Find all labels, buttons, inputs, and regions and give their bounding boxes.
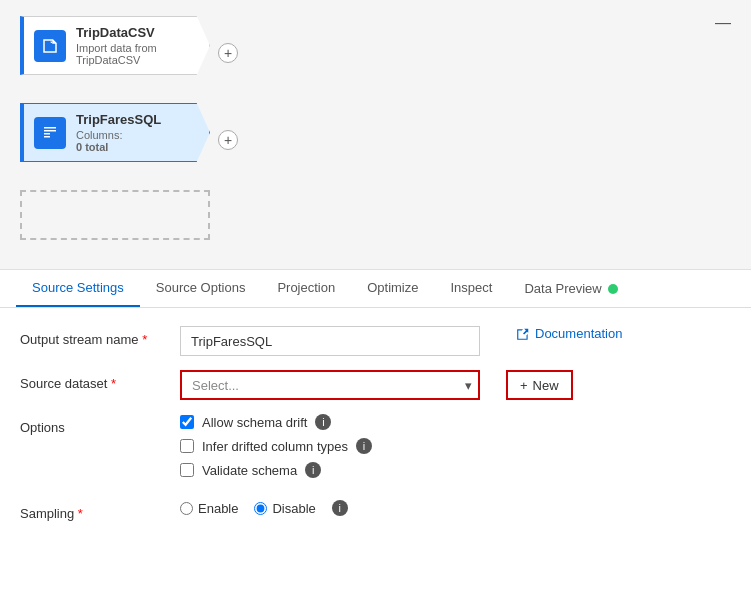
new-btn-area: + New	[496, 370, 573, 400]
source-dataset-label: Source dataset *	[20, 370, 180, 391]
source-dataset-field: Select... ▾	[180, 370, 480, 400]
source-dataset-select[interactable]: Select...	[180, 370, 480, 400]
sampling-label: Sampling *	[20, 500, 180, 521]
validate-schema-info-icon[interactable]: i	[305, 462, 321, 478]
tab-inspect[interactable]: Inspect	[435, 270, 509, 307]
node-trip-data-csv[interactable]: TripDataCSV Import data from TripDataCSV	[20, 16, 210, 75]
infer-drifted-label: Infer drifted column types	[202, 439, 348, 454]
options-field: Allow schema drift i Infer drifted colum…	[180, 414, 480, 486]
node-trip-fares-sql[interactable]: TripFaresSQL Columns: 0 total	[20, 103, 210, 162]
node-title-csv: TripDataCSV	[76, 25, 199, 40]
node-subtitle-sql: Columns: 0 total	[76, 129, 199, 153]
doc-link-area: Documentation	[496, 326, 622, 341]
allow-schema-drift-checkbox[interactable]	[180, 415, 194, 429]
output-stream-name-input[interactable]	[180, 326, 480, 356]
options-row: Options Allow schema drift i Infer drift…	[20, 414, 731, 486]
node-icon-sql	[34, 117, 66, 149]
external-link-icon	[516, 327, 530, 341]
tab-optimize[interactable]: Optimize	[351, 270, 434, 307]
sampling-field: Enable Disable i	[180, 500, 480, 516]
required-star-dataset: *	[111, 376, 116, 391]
allow-schema-drift-info-icon[interactable]: i	[315, 414, 331, 430]
minimize-button[interactable]: —	[715, 14, 731, 32]
output-stream-name-field	[180, 326, 480, 356]
allow-schema-drift-label: Allow schema drift	[202, 415, 307, 430]
infer-drifted-checkbox[interactable]	[180, 439, 194, 453]
tab-source-settings[interactable]: Source Settings	[16, 270, 140, 307]
node-info-sql: TripFaresSQL Columns: 0 total	[76, 112, 199, 153]
infer-drifted-row: Infer drifted column types i	[180, 438, 480, 454]
sampling-enable-option: Enable	[180, 501, 238, 516]
output-stream-name-label: Output stream name *	[20, 326, 180, 347]
sampling-enable-label: Enable	[198, 501, 238, 516]
add-node-btn-sql[interactable]: +	[218, 130, 238, 150]
validate-schema-row: Validate schema i	[180, 462, 480, 478]
plus-icon: +	[520, 378, 528, 393]
required-star-sampling: *	[78, 506, 83, 521]
tabs-bar: Source Settings Source Options Projectio…	[0, 270, 751, 308]
validate-schema-label: Validate schema	[202, 463, 297, 478]
node-title-sql: TripFaresSQL	[76, 112, 199, 127]
sampling-disable-label: Disable	[272, 501, 315, 516]
output-stream-name-row: Output stream name * Documentation	[20, 326, 731, 356]
placeholder-node	[20, 190, 210, 240]
documentation-link[interactable]: Documentation	[516, 326, 622, 341]
settings-panel: Output stream name * Documentation Sourc…	[0, 308, 751, 553]
tab-data-preview[interactable]: Data Preview	[508, 270, 633, 307]
add-node-btn-csv[interactable]: +	[218, 43, 238, 63]
node-info-csv: TripDataCSV Import data from TripDataCSV	[76, 25, 199, 66]
required-star-name: *	[142, 332, 147, 347]
sampling-radio-group: Enable Disable i	[180, 500, 480, 516]
sampling-row: Sampling * Enable Disable i	[20, 500, 731, 521]
sampling-enable-radio[interactable]	[180, 502, 193, 515]
options-label: Options	[20, 414, 180, 435]
canvas-area: TripDataCSV Import data from TripDataCSV…	[0, 0, 751, 270]
source-dataset-select-wrapper: Select... ▾	[180, 370, 480, 400]
new-dataset-button[interactable]: + New	[506, 370, 573, 400]
node-icon-csv	[34, 30, 66, 62]
tab-source-options[interactable]: Source Options	[140, 270, 262, 307]
sampling-info-icon[interactable]: i	[332, 500, 348, 516]
node-subtitle-csv: Import data from TripDataCSV	[76, 42, 199, 66]
allow-schema-drift-row: Allow schema drift i	[180, 414, 480, 430]
sampling-disable-option: Disable	[254, 501, 315, 516]
tab-projection[interactable]: Projection	[261, 270, 351, 307]
infer-drifted-info-icon[interactable]: i	[356, 438, 372, 454]
sampling-disable-radio[interactable]	[254, 502, 267, 515]
validate-schema-checkbox[interactable]	[180, 463, 194, 477]
data-preview-status-dot	[608, 284, 618, 294]
source-dataset-row: Source dataset * Select... ▾ + New	[20, 370, 731, 400]
